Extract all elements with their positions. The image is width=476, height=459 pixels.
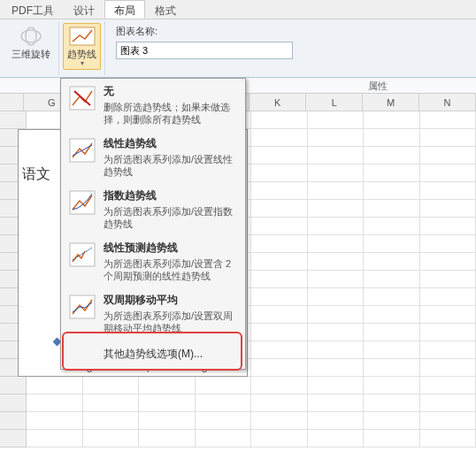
chartname-label: 图表名称: xyxy=(116,25,293,38)
svg-rect-14 xyxy=(70,243,95,266)
menu-item-more-options[interactable]: 其他趋势线选项(M)... xyxy=(61,340,245,369)
trend-linear-icon xyxy=(68,136,96,164)
col-header[interactable]: K xyxy=(250,94,306,111)
chartname-input[interactable] xyxy=(116,42,293,59)
tab-format[interactable]: 格式 xyxy=(145,0,186,19)
menu-item-exponential[interactable]: 指数趋势线为所选图表系列添加/设置指数趋势线 xyxy=(61,183,245,235)
trendline-icon xyxy=(68,26,96,47)
rotate3d-icon xyxy=(17,26,45,47)
chevron-down-icon: ▾ xyxy=(81,59,84,67)
tab-layout[interactable]: 布局 xyxy=(104,0,145,19)
svg-point-0 xyxy=(21,30,41,42)
menu-item-linear-forecast[interactable]: 线性预测趋势线为所选图表系列添加/设置含 2 个周期预测的线性趋势线 xyxy=(61,235,245,287)
trend-none-icon xyxy=(68,84,96,112)
trend-exp-icon xyxy=(68,188,96,217)
svg-rect-2 xyxy=(70,27,95,45)
tab-design[interactable]: 设计 xyxy=(64,0,104,19)
trendline-menu: 无删除所选趋势线；如果未做选择，则删除所有趋势线 线性趋势线为所选图表系列添加/… xyxy=(60,78,246,370)
ribbon-tabs: PDF工具 设计 布局 格式 xyxy=(0,0,476,19)
menu-item-none[interactable]: 无删除所选趋势线；如果未做选择，则删除所有趋势线 xyxy=(61,79,245,131)
col-header[interactable]: M xyxy=(363,94,419,111)
ribbon: 三维旋转 趋势线 ▾ 折线 ▾ 涨/跌 柱线 ▾ xyxy=(0,19,476,78)
menu-item-moving-avg[interactable]: 双周期移动平均为所选图表系列添加/设置双周期移动平均趋势线 xyxy=(61,287,245,340)
rotate3d-button[interactable]: 三维旋转 xyxy=(7,23,55,62)
trend-forecast-icon xyxy=(68,241,96,269)
menu-item-linear[interactable]: 线性趋势线为所选图表系列添加/设置线性趋势线 xyxy=(61,131,245,183)
trend-movavg-icon xyxy=(68,293,96,321)
chart-title: 语文 xyxy=(22,165,50,184)
col-header[interactable]: L xyxy=(306,94,363,111)
col-header[interactable]: N xyxy=(419,94,476,111)
tab-pdf[interactable]: PDF工具 xyxy=(2,0,64,19)
trendline-button[interactable]: 趋势线 ▾ xyxy=(63,23,101,70)
